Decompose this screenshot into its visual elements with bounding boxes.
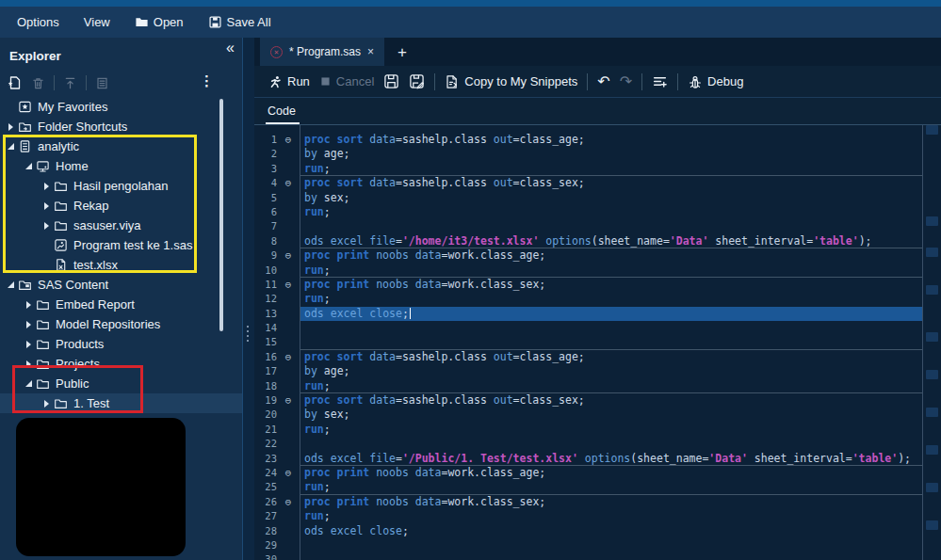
code-line-26[interactable]: 26⊖proc print noobs data=work.class_sex; — [254, 495, 922, 509]
run-button[interactable]: Run — [268, 74, 310, 89]
delete-icon[interactable] — [31, 76, 45, 90]
code-line-21[interactable]: 21run; — [254, 423, 922, 437]
code-line-15[interactable]: 15 — [254, 335, 922, 349]
menu-open[interactable]: Open — [135, 15, 184, 29]
tree-collapsed-arrow-icon[interactable] — [22, 321, 35, 328]
code-line-30[interactable]: 30 — [254, 552, 922, 560]
tree-item-embed-report[interactable]: Embed Report — [0, 295, 242, 314]
upload-icon[interactable] — [63, 76, 77, 90]
tree-collapsed-arrow-icon[interactable] — [22, 341, 35, 348]
code-line-3[interactable]: 3run; — [254, 162, 922, 176]
toolbar-divider — [434, 73, 435, 90]
tree-item-model-repositories[interactable]: Model Repositories — [0, 314, 242, 334]
collapse-panel-icon[interactable]: « — [226, 40, 233, 56]
close-tab-icon[interactable]: × — [367, 45, 374, 58]
code-line-1[interactable]: 1⊖proc sort data=sashelp.class out=class… — [254, 133, 922, 147]
line-number: 22 — [254, 437, 277, 451]
panel-splitter[interactable] — [243, 38, 254, 560]
redo-icon[interactable]: ↷ — [620, 74, 632, 89]
code-line-24[interactable]: 24⊖proc print noobs data=work.class_age; — [254, 466, 922, 480]
tree-collapsed-arrow-icon[interactable] — [4, 123, 17, 131]
code-line-14[interactable]: 14 — [254, 321, 922, 335]
tree-collapsed-arrow-icon[interactable] — [22, 301, 35, 309]
undo-icon[interactable]: ↶ — [597, 74, 609, 89]
new-item-icon[interactable] — [8, 75, 23, 90]
text-caret — [410, 308, 412, 319]
splitter-handle-icon[interactable] — [247, 326, 249, 342]
code-line-12[interactable]: 12run; — [254, 292, 922, 306]
code-text: by sex; — [254, 191, 922, 205]
sas-studio-window: Options View Open Save All Explorer « — [0, 0, 941, 560]
code-line-10[interactable]: 10run; — [254, 264, 922, 278]
code-text: run; — [254, 379, 922, 393]
code-line-4[interactable]: 4⊖proc sort data=sashelp.class out=class… — [254, 176, 922, 190]
save-as-icon[interactable] — [409, 73, 425, 89]
editor-tab-strip: ✕ * Program.sas × + — [254, 38, 941, 66]
code-line-25[interactable]: 25run; — [254, 480, 922, 494]
run-icon — [268, 74, 283, 89]
code-line-20[interactable]: 20by sex; — [254, 408, 922, 422]
yellow-annotation-box — [3, 135, 197, 273]
tree-item-my-favorites[interactable]: My Favorites — [0, 97, 242, 117]
menu-view[interactable]: View — [84, 15, 110, 29]
tree-item-folder-shortcuts[interactable]: Folder Shortcuts — [0, 117, 242, 136]
code-line-7[interactable]: 7 — [254, 219, 922, 233]
menu-bar: Options View Open Save All — [0, 7, 941, 38]
ruler-mark — [926, 125, 938, 135]
ruler-mark — [926, 248, 938, 257]
code-line-9[interactable]: 9⊖proc print noobs data=work.class_age; — [254, 248, 922, 263]
code-text: ods excel close; — [254, 524, 922, 538]
code-line-13[interactable]: 13ods excel close; — [254, 307, 922, 321]
ruler-mark — [926, 445, 938, 455]
code-line-8[interactable]: 8ods excel file='/home/it3/test.xlsx' op… — [254, 234, 922, 248]
tab-code[interactable]: Code — [268, 104, 296, 118]
new-tab-button[interactable]: + — [397, 44, 407, 60]
code-line-27[interactable]: 27run; — [254, 509, 922, 523]
menu-options[interactable]: Options — [17, 15, 59, 29]
folder-shortcut-icon — [17, 120, 32, 135]
code-line-18[interactable]: 18run; — [254, 379, 922, 393]
ruler-mark — [926, 483, 938, 492]
tree-item-sas-content[interactable]: SAS Content — [0, 275, 242, 295]
code-text: proc sort data=sashelp.class out=class_s… — [254, 176, 922, 190]
debug-button[interactable]: Debug — [688, 74, 743, 89]
copy-to-snippets-button[interactable]: Copy to My Snippets — [445, 74, 577, 89]
menu-save-all[interactable]: Save All — [208, 15, 271, 29]
code-line-29[interactable]: 29 — [254, 538, 922, 552]
tree-item-label: My Favorites — [38, 100, 107, 114]
more-options-icon[interactable]: ⋮ — [200, 73, 214, 88]
code-line-5[interactable]: 5by sex; — [254, 191, 922, 205]
properties-icon[interactable] — [95, 76, 109, 90]
tree-item-label: Products — [56, 337, 104, 351]
debug-label: Debug — [707, 74, 743, 88]
code-line-2[interactable]: 2by age; — [254, 147, 922, 161]
ruler-mark — [926, 285, 938, 295]
code-line-16[interactable]: 16⊖proc sort data=sashelp.class out=clas… — [254, 350, 922, 364]
submission-options-icon[interactable] — [652, 73, 668, 89]
run-label: Run — [287, 74, 310, 88]
code-line-6[interactable]: 6run; — [254, 205, 922, 219]
code-text: by sex; — [254, 408, 922, 422]
code-text: run; — [254, 264, 922, 278]
tab-program-sas[interactable]: ✕ * Program.sas × — [260, 38, 384, 66]
code-line-28[interactable]: 28ods excel close; — [254, 524, 922, 538]
explorer-scrollbar[interactable] — [219, 99, 223, 331]
code-editor[interactable]: 1⊖proc sort data=sashelp.class out=class… — [254, 125, 922, 560]
cancel-icon — [319, 75, 332, 88]
editor-view-tabs: Code — [254, 98, 941, 125]
code-line-19[interactable]: 19⊖proc sort data=sashelp.class out=clas… — [254, 393, 922, 408]
code-line-22[interactable]: 22 — [254, 437, 922, 451]
toolbar-divider — [587, 73, 588, 90]
tree-item-products[interactable]: Products — [0, 334, 242, 354]
overview-ruler[interactable] — [922, 125, 941, 560]
code-text: proc sort data=sashelp.class out=class_a… — [254, 350, 922, 364]
code-line-11[interactable]: 11⊖proc print noobs data=work.class_sex; — [254, 278, 922, 292]
code-line-23[interactable]: 23ods excel file='/Public/1. Test/test.x… — [254, 452, 922, 466]
tree-expanded-arrow-icon[interactable] — [4, 281, 17, 288]
save-program-icon[interactable] — [383, 73, 399, 89]
cancel-button[interactable]: Cancel — [319, 74, 374, 88]
code-line-17[interactable]: 17by age; — [254, 364, 922, 378]
code-text: proc print noobs data=work.class_sex; — [254, 278, 922, 292]
code-text: run; — [254, 292, 922, 306]
tree-item-label: Model Repositories — [56, 317, 160, 331]
